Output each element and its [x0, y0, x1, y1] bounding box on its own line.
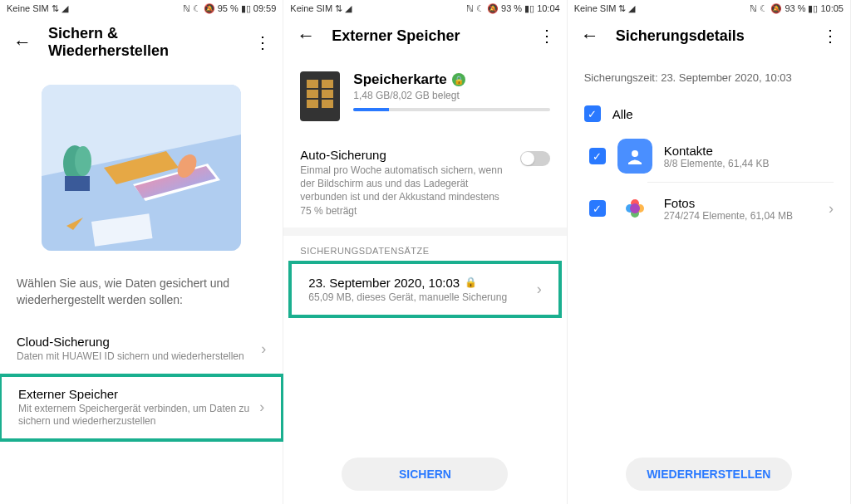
list-item-cloud-backup[interactable]: Cloud-Sicherung Daten mit HUAWEI ID sich…	[0, 325, 283, 374]
lock-icon: 🔒	[465, 276, 477, 288]
sd-card-icon	[300, 71, 340, 121]
hero-illustration	[42, 85, 241, 251]
status-bar: Keine SIM ⇅ ◢ ℕ ☾ 🔕 93 % ▮▯ 10:04	[283, 0, 566, 17]
chevron-right-icon: ›	[259, 399, 264, 416]
clock: 10:05	[820, 3, 844, 13]
more-icon[interactable]: ⋮	[254, 32, 269, 52]
wifi-icon: ◢	[628, 3, 635, 14]
item-title: Externer Speicher	[18, 387, 259, 401]
moon-icon: ☾	[760, 3, 768, 14]
lock-badge-icon: 🔒	[452, 73, 465, 86]
section-header: SICHERUNGSDATENSÄTZE	[283, 236, 566, 261]
chevron-right-icon: ›	[537, 281, 542, 298]
svg-point-2	[75, 146, 91, 176]
mute-icon: 🔕	[487, 3, 499, 14]
back-icon[interactable]: ←	[297, 25, 315, 46]
storage-name: Speicherkarte	[353, 71, 446, 88]
auto-backup-toggle[interactable]	[520, 151, 550, 166]
backup-item-contacts[interactable]: ✓ Kontakte 8/8 Elemente, 61,44 KB	[573, 130, 850, 182]
svg-point-11	[630, 203, 640, 213]
clock: 10:04	[537, 3, 560, 13]
battery-icon: ▮▯	[524, 3, 534, 14]
backup-timestamp: Sicherungszeit: 23. September 2020, 10:0…	[568, 55, 850, 97]
checkbox-all[interactable]: ✓	[584, 105, 601, 122]
header: ← Externer Speicher ⋮	[283, 17, 566, 55]
screen-backup-details: Keine SIM ⇅ ◢ ℕ ☾ 🔕 93 % ▮▯ 10:05 ← Sich…	[568, 0, 851, 504]
storage-usage: 1,48 GB/8,02 GB belegt	[353, 90, 549, 101]
battery-icon: ▮▯	[241, 3, 251, 14]
sim-status: Keine SIM	[290, 3, 332, 13]
all-label: Alle	[612, 107, 633, 121]
battery-percent: 95 %	[218, 3, 239, 13]
battery-percent: 93 %	[785, 3, 805, 13]
wifi-icon: ◢	[61, 3, 68, 14]
clock: 09:59	[253, 3, 277, 13]
sim-status: Keine SIM	[574, 3, 617, 13]
page-title: Externer Speicher	[332, 27, 521, 45]
auto-backup-row: Auto-Sicherung Einmal pro Woche automati…	[283, 138, 566, 228]
item-title: Kontakte	[664, 144, 834, 158]
mute-icon: 🔕	[770, 3, 782, 14]
screen-external-storage: Keine SIM ⇅ ◢ ℕ ☾ 🔕 93 % ▮▯ 10:04 ← Exte…	[283, 0, 567, 504]
battery-percent: 93 %	[501, 3, 522, 13]
chevron-right-icon: ›	[829, 200, 834, 218]
setting-desc: Einmal pro Woche automatisch sichern, we…	[300, 164, 509, 218]
storage-summary: Speicherkarte 🔒 1,48 GB/8,02 GB belegt	[283, 55, 566, 138]
svg-point-6	[632, 150, 638, 157]
back-icon[interactable]: ←	[13, 32, 32, 53]
more-icon[interactable]: ⋮	[539, 26, 553, 46]
checkbox-photos[interactable]: ✓	[589, 200, 606, 217]
storage-progress	[353, 108, 549, 111]
data-icon: ⇅	[618, 3, 626, 14]
item-title: Cloud-Sicherung	[17, 335, 261, 349]
screen-backup-restore: Keine SIM ⇅ ◢ ℕ ☾ 🔕 95 % ▮▯ 09:59 ← Sich…	[0, 0, 283, 504]
select-all-row[interactable]: ✓ Alle	[568, 97, 850, 130]
item-sub: Daten mit HUAWEI ID sichern und wiederhe…	[17, 350, 261, 364]
backup-item-photos[interactable]: ✓ Fotos 274/274 Elemente, 61,04 MB ›	[573, 183, 850, 234]
data-icon: ⇅	[52, 3, 59, 14]
header: ← Sichern & Wiederherstellen ⋮	[0, 17, 283, 68]
battery-icon: ▮▯	[808, 3, 818, 14]
moon-icon: ☾	[193, 3, 201, 14]
chevron-right-icon: ›	[261, 340, 266, 358]
checkbox-contacts[interactable]: ✓	[589, 148, 606, 164]
photos-icon	[617, 191, 652, 226]
spacer	[283, 228, 566, 236]
contacts-icon	[617, 139, 652, 174]
data-icon: ⇅	[335, 3, 342, 14]
page-title: Sichern & Wiederherstellen	[48, 25, 238, 60]
backup-button[interactable]: SICHERN	[342, 458, 508, 491]
status-bar: Keine SIM ⇅ ◢ ℕ ☾ 🔕 95 % ▮▯ 09:59	[0, 0, 283, 17]
setting-title: Auto-Sicherung	[300, 148, 509, 162]
backup-date: 23. September 2020, 10:03	[308, 276, 460, 290]
sim-status: Keine SIM	[7, 3, 49, 13]
nfc-icon: ℕ	[466, 3, 474, 14]
back-icon[interactable]: ←	[581, 25, 599, 46]
restore-button[interactable]: WIEDERHERSTELLEN	[626, 458, 792, 491]
item-sub: Mit externem Speichergerät verbinden, um…	[18, 403, 259, 428]
page-title: Sicherungsdetails	[616, 27, 805, 45]
mute-icon: 🔕	[204, 3, 215, 14]
intro-text: Wählen Sie aus, wie Daten gesichert und …	[0, 276, 283, 325]
moon-icon: ☾	[476, 3, 485, 14]
list-item-external-storage[interactable]: Externer Speicher Mit externem Speicherg…	[0, 374, 284, 442]
nfc-icon: ℕ	[183, 3, 190, 14]
backup-entry[interactable]: 23. September 2020, 10:03 🔒 65,09 MB, di…	[288, 261, 561, 318]
backup-meta: 65,09 MB, dieses Gerät, manuelle Sicheru…	[308, 291, 507, 303]
item-sub: 8/8 Elemente, 61,44 KB	[664, 158, 834, 169]
status-bar: Keine SIM ⇅ ◢ ℕ ☾ 🔕 93 % ▮▯ 10:05	[568, 0, 850, 17]
svg-rect-3	[65, 176, 90, 191]
more-icon[interactable]: ⋮	[822, 26, 837, 46]
item-title: Fotos	[664, 196, 817, 210]
wifi-icon: ◢	[345, 3, 352, 14]
header: ← Sicherungsdetails ⋮	[568, 17, 850, 55]
item-sub: 274/274 Elemente, 61,04 MB	[664, 210, 817, 222]
nfc-icon: ℕ	[750, 3, 757, 14]
